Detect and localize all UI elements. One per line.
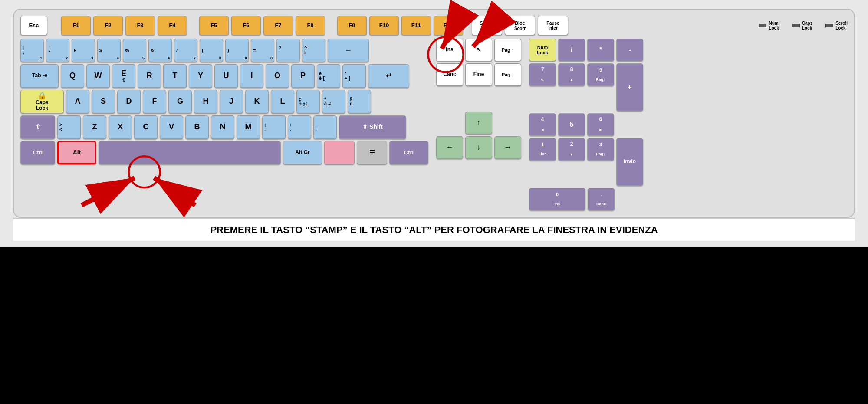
key-6[interactable]: / 7 <box>174 39 197 62</box>
key-space[interactable] <box>99 141 281 164</box>
key-f1[interactable]: F1 <box>61 16 91 35</box>
key-num9[interactable]: 9Pag↑ <box>587 63 614 86</box>
key-comma[interactable]: ; , <box>262 115 286 139</box>
key-z[interactable]: Z <box>83 115 106 139</box>
key-shift-left[interactable]: ⇧ <box>20 115 55 139</box>
key-2[interactable]: £ 3 <box>72 39 95 62</box>
key-f[interactable]: F <box>143 90 166 113</box>
key-num1[interactable]: 1Fine <box>529 138 556 161</box>
key-num0[interactable]: 0Ins <box>529 188 585 210</box>
key-bloc[interactable]: BlocScorr <box>505 16 535 35</box>
key-k[interactable]: K <box>245 90 269 113</box>
key-8[interactable]: ) 9 <box>225 39 249 62</box>
key-num6[interactable]: 6► <box>587 113 614 136</box>
key-num7[interactable]: 7↖ <box>529 63 556 86</box>
key-esc[interactable]: Esc <box>20 16 47 35</box>
key-hash[interactable]: § ù <box>348 90 371 113</box>
key-c[interactable]: C <box>134 115 158 139</box>
key-3[interactable]: $ 4 <box>97 39 121 62</box>
key-f10[interactable]: F10 <box>369 16 399 35</box>
key-pgdn[interactable]: Pag ↓ <box>494 63 521 86</box>
key-ctrl-right[interactable]: Ctrl <box>389 141 428 164</box>
key-num-slash[interactable]: / <box>558 39 585 61</box>
key-n[interactable]: N <box>211 115 234 139</box>
key-y[interactable]: Y <box>189 64 212 88</box>
key-f11[interactable]: F11 <box>401 16 431 35</box>
key-d[interactable]: D <box>117 90 141 113</box>
key-canc[interactable]: Canc <box>436 63 463 86</box>
key-num3[interactable]: 3Pag↓ <box>587 138 614 161</box>
key-f8[interactable]: F8 <box>296 16 325 35</box>
key-x[interactable]: X <box>108 115 132 139</box>
key-arrow-up[interactable]: ↑ <box>465 112 492 134</box>
key-e[interactable]: E€ <box>112 64 135 88</box>
key-backspace[interactable]: ← <box>328 39 369 62</box>
key-enter[interactable]: ↵ <box>368 64 409 88</box>
key-shift-right[interactable]: ⇧ Shift <box>339 115 406 139</box>
key-w[interactable]: W <box>86 64 110 88</box>
key-numlock[interactable]: NumLock <box>529 39 556 61</box>
key-h[interactable]: H <box>194 90 217 113</box>
key-f9[interactable]: F9 <box>337 16 367 35</box>
key-l[interactable]: L <box>271 90 294 113</box>
key-num2[interactable]: 2▼ <box>558 138 585 161</box>
key-apos[interactable]: ? ' <box>276 39 300 62</box>
key-ctrl-left[interactable]: Ctrl <box>20 141 55 164</box>
key-q[interactable]: Q <box>61 64 84 88</box>
key-quote[interactable]: ° à # <box>322 90 345 113</box>
key-period[interactable]: : . <box>288 115 311 139</box>
key-numdel[interactable]: .Canc <box>588 188 615 210</box>
key-o[interactable]: O <box>266 64 289 88</box>
key-backslash[interactable]: | \ 1 <box>20 39 44 62</box>
key-u[interactable]: U <box>214 64 238 88</box>
key-s[interactable]: S <box>92 90 115 113</box>
key-arrow-right[interactable]: → <box>494 136 521 159</box>
key-alt-left[interactable]: Alt <box>57 141 96 164</box>
key-alt-gr[interactable]: Alt Gr <box>283 141 322 164</box>
key-7[interactable]: ( 8 <box>200 39 223 62</box>
key-ins[interactable]: Ins <box>436 39 463 61</box>
key-4[interactable]: % 5 <box>123 39 146 62</box>
key-num-minus[interactable]: - <box>616 39 643 61</box>
key-f7[interactable]: F7 <box>263 16 293 35</box>
key-t[interactable]: T <box>163 64 187 88</box>
key-a[interactable]: A <box>66 90 89 113</box>
key-m[interactable]: M <box>237 115 260 139</box>
key-r[interactable]: R <box>138 64 161 88</box>
key-stamp[interactable]: StampR Sist <box>472 16 502 35</box>
key-arrow-down[interactable]: ↓ <box>465 136 492 159</box>
key-pgup[interactable]: Pag ↑ <box>494 39 521 61</box>
key-f4[interactable]: F4 <box>158 16 187 35</box>
key-angle[interactable]: > < <box>57 115 81 139</box>
key-bracket-open[interactable]: é è [ <box>317 64 340 88</box>
key-f6[interactable]: F6 <box>231 16 261 35</box>
key-num8[interactable]: 8▲ <box>558 63 585 86</box>
key-v[interactable]: V <box>160 115 183 139</box>
key-p[interactable]: P <box>291 64 315 88</box>
key-5[interactable]: & 6 <box>148 39 172 62</box>
key-minus[interactable]: _ - <box>313 115 337 139</box>
key-1[interactable]: ! " 2 <box>46 39 69 62</box>
key-caps-lock[interactable]: 🔒 Caps Lock <box>20 90 64 113</box>
key-i[interactable]: I <box>240 64 263 88</box>
key-context[interactable]: ☰ <box>357 141 387 164</box>
key-tab[interactable]: Tab ⇥ <box>20 64 59 88</box>
key-f2[interactable]: F2 <box>93 16 123 35</box>
key-home[interactable]: ↖ <box>465 39 492 61</box>
key-j[interactable]: J <box>220 90 243 113</box>
key-menu[interactable] <box>324 141 355 164</box>
key-arrow-left[interactable]: ← <box>436 136 463 159</box>
key-f12[interactable]: F12 <box>434 16 463 35</box>
key-pause[interactable]: PauseInter <box>538 16 568 35</box>
key-end[interactable]: Fine <box>465 63 492 86</box>
key-b[interactable]: B <box>185 115 209 139</box>
key-bracket-close[interactable]: * + ] <box>342 64 366 88</box>
key-semicolon[interactable]: ç ò @ <box>296 90 320 113</box>
key-g[interactable]: G <box>168 90 192 113</box>
key-num4[interactable]: 4◄ <box>529 113 556 136</box>
key-9[interactable]: = 0 <box>251 39 274 62</box>
key-num-plus[interactable]: + <box>616 63 643 111</box>
key-num5[interactable]: 5 <box>558 113 585 136</box>
key-num-mul[interactable]: * <box>587 39 614 61</box>
key-enter-num[interactable]: Invio <box>616 138 643 186</box>
